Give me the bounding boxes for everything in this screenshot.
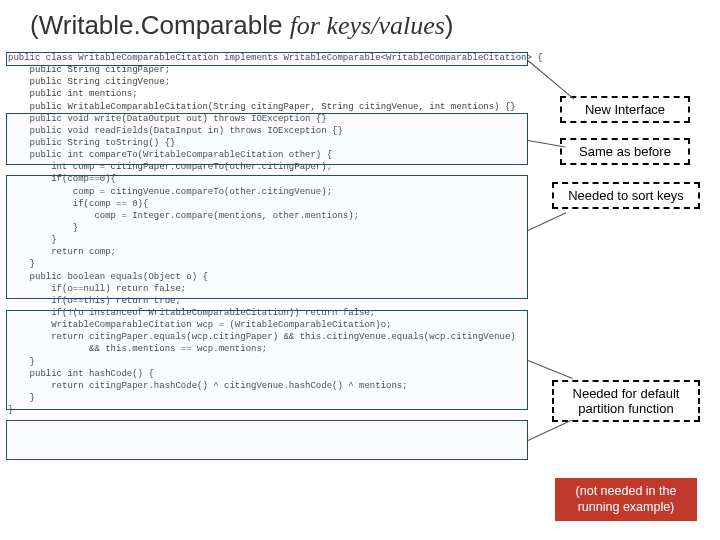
codebox-equals [6,310,528,410]
callout-sort-keys: Needed to sort keys [552,182,700,209]
leader-4b [528,420,572,441]
leader-3 [528,212,566,231]
title-italic: for keys/values [290,11,445,40]
codebox-compareto [6,175,528,299]
callout-same-as-before: Same as before [560,138,690,165]
callout-new-interface-text: New Interface [585,102,665,117]
callout-partition-l2: partition function [578,401,673,416]
callout-not-needed: (not needed in the running example) [555,478,697,521]
leader-1 [528,60,575,99]
code-l03: public String citingVenue; [8,76,528,88]
slide-title: (Writable.Comparable for keys/values) [0,0,720,47]
codebox-hashcode [6,420,528,460]
code-l06: public WritableComparableCitation(String… [8,101,528,113]
callout-partition-l1: Needed for default [573,386,680,401]
leader-4a [528,360,573,379]
callout-new-interface: New Interface [560,96,690,123]
callout-not-needed-l1: (not needed in the [576,484,677,498]
callout-not-needed-l2: running example) [578,500,675,514]
code-l04: public int mentions; [8,88,528,100]
codebox-classdecl [6,52,528,66]
callout-sort-keys-text: Needed to sort keys [568,188,684,203]
title-part3: ) [445,10,454,40]
codebox-ctor-io [6,113,528,165]
callout-partition: Needed for default partition function [552,380,700,422]
title-part1: (Writable.Comparable [30,10,290,40]
callout-same-as-before-text: Same as before [579,144,671,159]
